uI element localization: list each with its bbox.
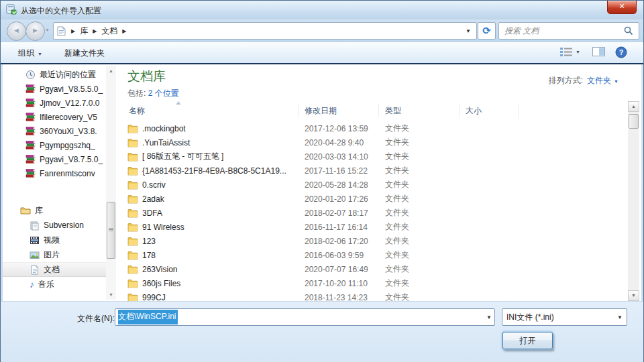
music-icon: ♪ xyxy=(30,280,34,289)
sidebar-scrollbar-thumb[interactable] xyxy=(107,202,115,259)
scroll-down-icon[interactable]: ▼ xyxy=(106,290,116,300)
videos-icon xyxy=(30,235,40,245)
back-button[interactable]: ◄ xyxy=(7,21,26,41)
chevron-down-icon: ▼ xyxy=(576,50,580,54)
file-type: 文件夹 xyxy=(379,263,460,275)
sidebar-item-pictures[interactable]: 图片 xyxy=(3,247,106,262)
table-row[interactable]: 91 Wireless 2016-11-17 16:14 文件夹 xyxy=(122,220,627,234)
filetype-select[interactable]: INI文件 (*.ini) ▼ xyxy=(502,308,627,326)
file-name: {1A881453-21F8-4E9A-B8C8-5C1A19... xyxy=(142,166,286,176)
table-row[interactable]: .mockingbot 2017-12-06 13:59 文件夹 xyxy=(122,121,627,135)
views-icon xyxy=(559,46,573,57)
table-row[interactable]: 0.scriv 2020-05-28 14:28 文件夹 xyxy=(122,178,627,192)
forward-button[interactable]: ► xyxy=(25,21,45,41)
file-name: 0.scriv xyxy=(142,180,166,190)
archive-icon xyxy=(25,168,36,178)
sidebar-item-archive[interactable]: Pgyavi_V8.5.5.0_ xyxy=(3,82,106,96)
arrange-value[interactable]: 文件夹 xyxy=(587,76,611,85)
column-size[interactable]: 大小 xyxy=(460,104,519,117)
views-button[interactable]: ▼ xyxy=(559,46,580,57)
command-toolbar: 组织▼ 新建文件夹 ▼ ? xyxy=(1,42,643,64)
table-row[interactable]: {1A881453-21F8-4E9A-B8C8-5C1A19... 2017-… xyxy=(122,164,627,178)
address-dropdown-icon[interactable]: ▼ xyxy=(463,28,474,34)
organize-button[interactable]: 组织▼ xyxy=(18,47,42,59)
file-date-modified: 2018-02-07 18:17 xyxy=(299,208,379,218)
table-row[interactable]: 3DFA 2018-02-07 18:17 文件夹 xyxy=(122,206,627,220)
file-name: 178 xyxy=(142,251,156,260)
file-date-modified: 2018-02-06 17:20 xyxy=(299,237,379,246)
file-type: 文件夹 xyxy=(379,207,460,219)
file-name: 360js Files xyxy=(142,279,180,288)
table-row[interactable]: 999CJ 2018-11-23 14:23 文件夹 xyxy=(122,290,627,301)
refresh-button[interactable]: ⟳ xyxy=(478,22,496,40)
arrange-by-control[interactable]: 排列方式:文件夹▼ xyxy=(549,75,619,86)
column-name[interactable]: 名称 xyxy=(122,104,299,117)
dialog-footer: 文件名(N): 文档\WinSCP.ini ▼ INI文件 (*.ini) ▼ … xyxy=(1,301,643,362)
library-title: 文档库 xyxy=(127,68,179,85)
sidebar-item-archive[interactable]: Pgyavi_V8.7.5.0_ xyxy=(3,152,106,166)
library-icon xyxy=(30,221,40,231)
scroll-up-icon[interactable]: ▲ xyxy=(106,66,116,76)
open-button[interactable]: 打开 xyxy=(502,332,553,349)
location-icon xyxy=(56,26,66,36)
navigation-pane: 最近访问的位置 Pgyavi_V8.5.5.0_ Jjmov_V12.7.0.0 xyxy=(3,64,106,301)
sidebar-item-archive[interactable]: 360YouXi_V3.8. xyxy=(3,124,106,138)
new-folder-button[interactable]: 新建文件夹 xyxy=(64,47,105,59)
sidebar-item-label: Pgympggszhq_ xyxy=(40,141,95,150)
search-icon[interactable] xyxy=(624,26,633,36)
scroll-down-icon[interactable]: ▼ xyxy=(628,290,639,301)
file-type: 文件夹 xyxy=(379,165,460,176)
sidebar-scrollbar[interactable]: ▲ ▼ xyxy=(106,66,116,300)
column-date-modified[interactable]: 修改日期 xyxy=(299,104,379,117)
filename-input[interactable]: 文档\WinSCP.ini ▼ xyxy=(115,308,495,326)
table-row[interactable]: .YunTaiAssist 2020-04-28 9:40 文件夹 xyxy=(122,135,627,149)
preview-pane-button[interactable] xyxy=(592,46,605,57)
sidebar-item-archive[interactable]: Fanrenmtsconv xyxy=(3,166,106,180)
sidebar-item-archive[interactable]: Jjmov_V12.7.0.0 xyxy=(3,96,106,110)
folder-icon xyxy=(127,166,138,176)
nav-history-chevron-icon[interactable]: ▼ xyxy=(45,27,50,32)
folder-icon xyxy=(127,152,138,162)
sidebar-item-label: 音乐 xyxy=(38,279,54,290)
file-list-pane: 文档库 包括: 2 个位置 排列方式:文件夹▼ 名称 修改日期 类型 大小 xyxy=(122,64,627,301)
file-date-modified: 2017-10-20 11:10 xyxy=(299,279,379,288)
file-type: 文件夹 xyxy=(379,123,460,134)
file-list-scrollbar-thumb[interactable] xyxy=(629,114,639,129)
column-type[interactable]: 类型 xyxy=(379,104,460,117)
file-type: 文件夹 xyxy=(379,151,460,162)
file-name: 91 Wireless xyxy=(142,223,184,232)
file-type: 文件夹 xyxy=(379,137,460,148)
folder-icon xyxy=(127,279,138,288)
file-date-modified: 2017-12-06 13:59 xyxy=(299,124,379,133)
table-row[interactable]: 123 2018-02-06 17:20 文件夹 xyxy=(122,234,627,248)
table-row[interactable]: 360js Files 2017-10-20 11:10 文件夹 xyxy=(122,276,627,290)
breadcrumb-documents[interactable]: 文档 xyxy=(101,25,117,37)
folder-icon xyxy=(127,293,138,302)
sidebar-item-documents[interactable]: 文档 xyxy=(3,262,106,277)
folder-icon xyxy=(127,251,138,260)
close-button[interactable]: ✕ xyxy=(607,1,637,14)
file-name: [ 86版五笔 - 可可五笔 ] xyxy=(142,151,223,162)
table-row[interactable]: 2adak 2020-01-20 17:26 文件夹 xyxy=(122,192,627,206)
documents-icon xyxy=(30,265,40,275)
includes-label: 包括: xyxy=(127,88,146,98)
archive-icon xyxy=(25,140,36,150)
address-bar[interactable]: ▶ 库 ▶ 文档 ▶ ▼ xyxy=(53,22,477,40)
help-button[interactable]: ? xyxy=(615,46,627,58)
file-name: 2adak xyxy=(142,194,164,204)
sidebar-item-recent-places[interactable]: 最近访问的位置 xyxy=(3,68,106,82)
sidebar-item-archive[interactable]: Pgympggszhq_ xyxy=(3,138,106,152)
sidebar-item-subversion[interactable]: Subversion xyxy=(3,218,106,233)
sidebar-item-libraries[interactable]: 库 xyxy=(3,203,106,218)
sidebar-item-music[interactable]: ♪ 音乐 xyxy=(3,277,106,292)
table-row[interactable]: 263Vision 2020-07-07 16:49 文件夹 xyxy=(122,262,627,276)
table-row[interactable]: [ 86版五笔 - 可可五笔 ] 2020-03-03 14:10 文件夹 xyxy=(122,149,627,164)
locations-link[interactable]: 2 个位置 xyxy=(148,88,179,98)
scroll-up-icon[interactable]: ▲ xyxy=(628,101,639,112)
search-input[interactable]: 搜索 文档 xyxy=(498,22,639,40)
file-list-scrollbar[interactable]: ▲ ▼ xyxy=(628,101,639,301)
breadcrumb-libraries[interactable]: 库 xyxy=(80,25,88,37)
sidebar-item-videos[interactable]: 视频 xyxy=(3,233,106,247)
sidebar-item-archive[interactable]: Ifilerecovery_V5 xyxy=(3,110,106,124)
table-row[interactable]: 178 2016-06-03 9:59 文件夹 xyxy=(122,248,627,262)
